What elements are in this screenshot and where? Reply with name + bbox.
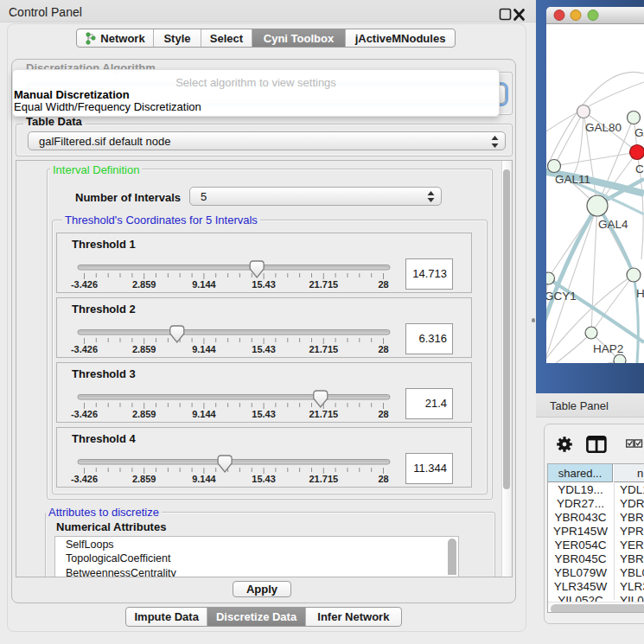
svg-text:15.43: 15.43 [252,344,276,354]
svg-text:15.43: 15.43 [252,279,276,290]
svg-text:21.715: 21.715 [309,344,338,354]
svg-text:-3.426: -3.426 [71,344,98,354]
svg-text:2.859: 2.859 [132,344,156,354]
svg-text:21.715: 21.715 [309,409,338,419]
svg-text:9.144: 9.144 [192,409,216,419]
svg-text:2.859: 2.859 [132,409,156,419]
svg-text:15.43: 15.43 [252,409,276,419]
svg-text:21.715: 21.715 [309,474,338,484]
svg-text:H: H [636,287,644,300]
svg-text:-3.426: -3.426 [71,409,98,419]
svg-text:GA: GA [634,126,644,139]
svg-text:9.144: 9.144 [192,344,216,354]
svg-text:28: 28 [378,409,388,419]
svg-text:HAP2: HAP2 [593,342,623,355]
svg-text:9.144: 9.144 [192,279,216,290]
svg-text:2.859: 2.859 [132,279,156,290]
svg-text:GAL80: GAL80 [585,121,622,134]
svg-text:GAL11: GAL11 [555,173,590,186]
svg-text:28: 28 [378,344,388,354]
svg-text:C: C [635,163,644,175]
svg-text:15.43: 15.43 [252,474,276,484]
svg-text:21.715: 21.715 [309,279,338,290]
svg-text:28: 28 [378,279,388,290]
svg-text:28: 28 [378,474,388,484]
svg-text:2.859: 2.859 [132,474,156,484]
svg-text:9.144: 9.144 [192,474,216,484]
svg-text:-3.426: -3.426 [71,279,98,290]
svg-text:GCY1: GCY1 [546,290,577,303]
svg-text:-3.426: -3.426 [71,474,98,484]
svg-text:GAL4: GAL4 [598,218,628,231]
